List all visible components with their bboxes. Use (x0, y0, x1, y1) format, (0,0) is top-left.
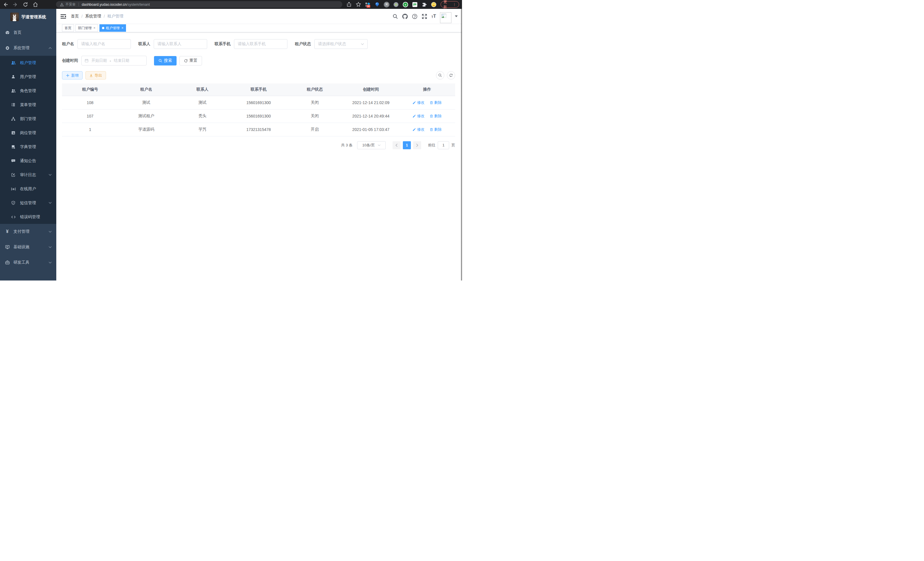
extension-command-icon[interactable]: ⌘ (384, 2, 389, 8)
delete-link[interactable]: 删除 (430, 100, 442, 105)
delete-link[interactable]: 删除 (430, 127, 442, 132)
page-unit-label: 页 (452, 143, 455, 148)
edit-link[interactable]: 修改 (412, 114, 424, 119)
sidebar-item-sms[interactable]: 短信管理 (0, 196, 56, 210)
sidebar-item-pay[interactable]: ¥ 支付管理 (0, 224, 56, 239)
chevron-down-icon (361, 43, 364, 45)
extension-puzzle-icon[interactable] (422, 2, 427, 8)
extension-pin-icon[interactable] (374, 2, 380, 8)
pencil-icon (412, 114, 416, 118)
forward-icon[interactable] (13, 2, 18, 7)
sidebar-item-online-user[interactable]: 在线用户 (0, 182, 56, 196)
chevron-down-icon (49, 202, 52, 204)
reset-button[interactable]: 重置 (179, 56, 202, 65)
sidebar-item-dept[interactable]: 部门管理 (0, 112, 56, 126)
sidebar-item-label: 通知公告 (20, 158, 36, 164)
cell-contact: 秃头 (174, 109, 231, 123)
export-button[interactable]: 导出 (86, 71, 106, 80)
add-button[interactable]: 新增 (62, 71, 82, 80)
status-select[interactable]: 请选择租户状态 (314, 39, 368, 49)
next-page-button[interactable] (413, 141, 421, 149)
roles-icon (11, 89, 16, 93)
close-icon[interactable]: × (93, 26, 95, 30)
col-operations: 操作 (399, 83, 455, 96)
avatar-dropdown-caret-icon[interactable] (455, 15, 458, 17)
address-bar[interactable]: 不安全 dashboard.yudao.iocoder.cn/system/te… (56, 1, 342, 8)
sidebar-item-tenant[interactable]: 租户管理 (0, 56, 56, 70)
share-icon[interactable] (346, 2, 352, 7)
back-icon[interactable] (3, 2, 8, 7)
sidebar-item-errcode[interactable]: 错误码管理 (0, 210, 56, 224)
sidebar-item-infra[interactable]: 基础设施 (0, 239, 56, 255)
edit-link[interactable]: 修改 (412, 100, 424, 105)
tag-dept[interactable]: 部门管理× (75, 24, 98, 32)
mobile-input[interactable]: 请输入联系手机 (234, 39, 287, 49)
page-size-value: 10条/页 (362, 143, 375, 148)
sidebar-item-dict[interactable]: 字典管理 (0, 140, 56, 154)
close-icon[interactable]: × (122, 26, 123, 30)
extension-dot-icon[interactable] (393, 2, 399, 8)
user-icon (11, 75, 16, 79)
sidebar-item-user[interactable]: 用户管理 (0, 70, 56, 84)
delete-link[interactable]: 删除 (430, 114, 442, 119)
current-page-button[interactable]: 1 (403, 141, 411, 149)
security-label[interactable]: 不安全 (65, 2, 76, 7)
font-size-icon[interactable]: TT (431, 14, 436, 19)
extension-y-icon[interactable]: Y (403, 2, 408, 8)
tenant-name-input[interactable]: 请输入租户名 (77, 39, 131, 49)
code-icon (11, 215, 16, 219)
chrome-update-button[interactable]: 更新 ⋮ (441, 1, 459, 8)
bookmark-star-icon[interactable] (356, 2, 361, 7)
fullscreen-icon[interactable] (422, 14, 427, 19)
avatar[interactable] (440, 12, 452, 23)
trash-icon (430, 101, 433, 104)
not-secure-warning-icon (60, 3, 64, 6)
search-icon (159, 59, 162, 63)
tag-home[interactable]: 首页 (62, 24, 74, 32)
cell-contact: 芋艿 (174, 123, 231, 136)
date-separator: - (110, 59, 111, 63)
prev-page-button[interactable] (393, 141, 400, 149)
export-button-label: 导出 (94, 73, 102, 78)
sidebar-item-role[interactable]: 角色管理 (0, 84, 56, 98)
extension-tabs-icon[interactable]: 10 (365, 2, 370, 8)
sidebar-item-label: 短信管理 (20, 200, 36, 206)
chevron-up-icon (49, 47, 52, 49)
extension-chat-icon[interactable] (412, 2, 418, 8)
breadcrumb-section[interactable]: 系统管理 (85, 14, 101, 19)
github-icon[interactable] (402, 14, 408, 19)
sidebar-item-devtool[interactable]: 研发工具 (0, 255, 56, 270)
sidebar-item-home[interactable]: 首页 (0, 25, 56, 40)
sidebar-item-menu[interactable]: 菜单管理 (0, 98, 56, 112)
sidebar-item-post[interactable]: 岗位管理 (0, 126, 56, 140)
extension-emoji-icon[interactable] (431, 2, 436, 8)
sidebar-item-label: 研发工具 (14, 260, 29, 265)
sidebar-item-label: 字典管理 (20, 144, 36, 150)
app-logo-row[interactable]: 芋道管理系统 (0, 9, 56, 25)
sidebar-item-notice[interactable]: 通知公告 (0, 154, 56, 168)
sidebar-item-audit-log[interactable]: 审计日志 (0, 168, 56, 182)
help-icon[interactable] (412, 14, 417, 19)
sidebar-item-system[interactable]: 系统管理 (0, 40, 56, 56)
reload-icon[interactable] (23, 2, 28, 7)
home-icon[interactable] (33, 2, 38, 7)
breadcrumb-home[interactable]: 首页 (71, 14, 79, 19)
edit-link[interactable]: 修改 (412, 127, 424, 132)
cell-tenant-name: 测试 (118, 96, 175, 109)
goto-page-input[interactable]: 1 (438, 141, 449, 149)
toggle-search-button[interactable] (436, 71, 444, 80)
placeholder-text: 请输入联系人 (158, 41, 182, 47)
filter-mobile: 联系手机 请输入联系手机 (214, 39, 287, 49)
page-size-select[interactable]: 10条/页 (357, 141, 386, 149)
sidebar-toggle-icon[interactable] (61, 14, 66, 19)
contact-input[interactable]: 请输入联系人 (154, 39, 207, 49)
refresh-table-button[interactable] (447, 71, 455, 80)
tag-tenant[interactable]: 租户管理× (99, 24, 126, 32)
search-icon[interactable] (393, 14, 398, 19)
search-button[interactable]: 搜索 (154, 56, 177, 65)
refresh-icon (184, 59, 188, 63)
date-range-input[interactable]: 开始日期 - 结束日期 (81, 56, 147, 65)
breadcrumb: 首页 / 系统管理 / 租户管理 (71, 14, 123, 19)
main-area: 首页 / 系统管理 / 租户管理 TT 首页 部门管理× 租户管理× (56, 9, 462, 281)
more-menu-icon[interactable]: ⋮ (453, 2, 456, 7)
